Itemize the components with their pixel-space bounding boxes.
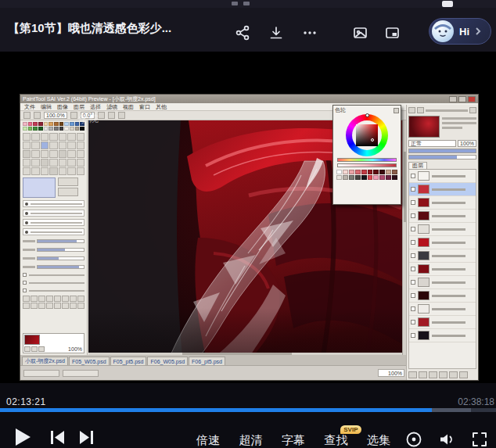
visibility-checkbox[interactable]: [411, 227, 415, 231]
titlebar-icon[interactable]: [243, 2, 250, 5]
tool-cell[interactable]: [41, 159, 49, 167]
previous-episode-button[interactable]: [49, 430, 66, 445]
palette-swatch[interactable]: [336, 175, 342, 180]
player-text-button[interactable]: 字幕: [282, 433, 305, 448]
toolbar-button[interactable]: [23, 112, 31, 119]
video-frame[interactable]: 学院 PaintTool SAI Ver.2 (64bit) Preview -…: [0, 52, 496, 383]
toolbar-button[interactable]: [34, 112, 41, 119]
titlebar-icon[interactable]: [232, 2, 238, 5]
tool-cell[interactable]: [59, 159, 66, 167]
palette-swatch[interactable]: [368, 170, 373, 174]
color-swatch[interactable]: [38, 122, 43, 126]
opacity-value[interactable]: 100%: [458, 140, 476, 147]
palette-swatch[interactable]: [379, 170, 385, 174]
layer-row[interactable]: [409, 289, 476, 303]
tool-cell[interactable]: [23, 159, 31, 167]
close-icon[interactable]: [394, 108, 399, 113]
maximize-icon[interactable]: [458, 96, 466, 102]
mini-player-button[interactable]: [383, 23, 401, 42]
preview-button[interactable]: [58, 177, 78, 186]
brush-option-checkbox[interactable]: [23, 272, 84, 278]
close-icon[interactable]: [468, 96, 476, 102]
tool-cell[interactable]: [77, 159, 84, 167]
color-swatch[interactable]: [44, 122, 49, 126]
palette-swatch[interactable]: [343, 170, 348, 174]
delete-layer-button[interactable]: [459, 371, 468, 378]
palette-swatch[interactable]: [336, 170, 342, 174]
texture-cell[interactable]: [54, 303, 61, 309]
layer-row[interactable]: [409, 210, 476, 223]
zoom-value[interactable]: 100.0%: [44, 112, 67, 119]
hue-slider[interactable]: [337, 158, 397, 162]
player-text-button[interactable]: 超清: [239, 433, 263, 448]
color-swatch[interactable]: [70, 122, 74, 126]
tool-cell[interactable]: [67, 150, 75, 158]
toolbar-button[interactable]: [70, 112, 77, 119]
color-swatch[interactable]: [59, 127, 64, 131]
tool-cell[interactable]: [49, 167, 57, 175]
sai-menu-item[interactable]: 文件: [24, 104, 35, 109]
layer-row[interactable]: [409, 170, 476, 183]
texture-cell[interactable]: [77, 296, 84, 302]
color-swatch[interactable]: [28, 122, 33, 126]
tool-cell[interactable]: [31, 159, 39, 167]
toolbar-button[interactable]: [118, 112, 125, 119]
tool-cell[interactable]: [67, 167, 75, 175]
sai-menu-item[interactable]: 选择: [90, 104, 101, 109]
texture-cell[interactable]: [70, 303, 77, 309]
texture-cell[interactable]: [62, 296, 69, 302]
palette-swatch[interactable]: [361, 175, 367, 180]
brush-opacity-slider[interactable]: [23, 246, 84, 253]
visibility-checkbox[interactable]: [411, 293, 415, 298]
brush-list-item[interactable]: [23, 210, 84, 217]
palette-swatch[interactable]: [343, 175, 348, 180]
texture-cell[interactable]: [38, 296, 45, 302]
texture-cell[interactable]: [23, 303, 30, 309]
brush-list-item[interactable]: [23, 219, 84, 226]
texture-cell[interactable]: [46, 296, 53, 302]
palette-swatch[interactable]: [349, 175, 354, 180]
tool-cell[interactable]: [67, 142, 75, 149]
tool-cell[interactable]: [41, 142, 49, 149]
sai-menu-item[interactable]: 其他: [156, 104, 167, 109]
color-swatch[interactable]: [49, 122, 53, 126]
tool-cell[interactable]: [23, 142, 31, 149]
tool-cell[interactable]: [41, 133, 49, 141]
blend-mode-select[interactable]: 正常: [408, 140, 456, 147]
color-swatch[interactable]: [38, 127, 43, 131]
tool-cell[interactable]: [59, 150, 66, 158]
color-swatch[interactable]: [33, 122, 38, 126]
texture-cell[interactable]: [77, 303, 84, 309]
panel-button[interactable]: [417, 107, 424, 113]
sai-menu-item[interactable]: 编辑: [41, 104, 52, 109]
tool-cell[interactable]: [59, 133, 66, 141]
duplicate-layer-button[interactable]: [429, 371, 437, 378]
share-button[interactable]: [233, 23, 252, 42]
palette-swatch[interactable]: [379, 175, 385, 180]
texture-cell[interactable]: [70, 296, 77, 302]
clear-layer-button[interactable]: [449, 371, 458, 378]
file-tab[interactable]: F05_W05.psd: [69, 357, 110, 365]
more-button[interactable]: [300, 23, 319, 42]
layer-row[interactable]: [409, 236, 476, 249]
fill-slider[interactable]: [408, 155, 476, 159]
brush-option-checkbox[interactable]: [23, 280, 84, 285]
zoom-out-button[interactable]: [24, 346, 31, 352]
color-swatch[interactable]: [64, 127, 69, 131]
tool-cell[interactable]: [67, 159, 75, 167]
layer-row[interactable]: [409, 249, 476, 263]
player-text-button[interactable]: 查找 SVIP: [325, 433, 348, 448]
panel-button[interactable]: [408, 107, 415, 113]
file-tab[interactable]: F05_pt5.psd: [110, 357, 147, 365]
tool-cell[interactable]: [77, 133, 84, 141]
texture-cell[interactable]: [46, 303, 53, 309]
panel-button[interactable]: [469, 107, 476, 113]
tool-cell[interactable]: [77, 150, 84, 158]
brush-preview[interactable]: [23, 177, 56, 198]
texture-cell[interactable]: [23, 296, 30, 302]
mini-navigator[interactable]: 100%: [23, 333, 84, 353]
layer-row[interactable]: [409, 303, 476, 316]
progress-bar[interactable]: [0, 408, 496, 412]
visibility-checkbox[interactable]: [411, 174, 415, 178]
new-layer-button[interactable]: [408, 371, 417, 378]
